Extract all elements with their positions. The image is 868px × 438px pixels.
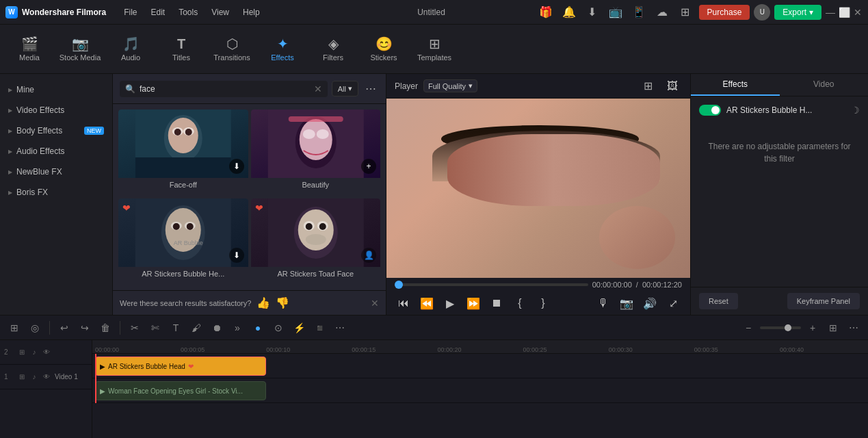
effect-item-ar-toad[interactable]: ❤ 👤 AR Stickers Toad Face [251,198,381,285]
zoom-in-button[interactable]: + [804,319,821,337]
tab-video[interactable]: Video [780,74,869,96]
gift-icon[interactable]: 🎁 [536,3,555,22]
filter-dropdown[interactable]: All ▾ [332,81,358,96]
delete-button[interactable]: 🗑 [96,319,114,337]
toolbar-audio[interactable]: 🎵 Audio [107,27,155,71]
snapshot-button[interactable]: 📷 [618,294,635,312]
download-icon[interactable]: ⬇ [583,3,602,22]
step-forward-button[interactable]: ⏩ [464,294,482,312]
track-1-audio-button[interactable]: ♪ [29,372,40,383]
voiceover-button[interactable]: 🎙 [594,294,612,312]
menu-edit[interactable]: Edit [144,0,172,25]
toolbar-stock-media[interactable]: 📷 Stock Media [56,27,104,71]
sidebar-item-mine[interactable]: ▶ Mine [0,79,112,100]
close-button[interactable]: ✕ [853,8,863,17]
toolbar-effects[interactable]: ✦ Effects [259,27,306,71]
notification-icon[interactable]: 🔔 [560,3,579,22]
minimize-button[interactable]: — [826,8,835,17]
mark-out-button[interactable]: } [534,294,552,312]
expand-button[interactable]: » [228,319,246,337]
download-icon[interactable]: ⬇ [229,248,244,263]
effect-item-face-off[interactable]: ⬇ Face-off [118,110,248,196]
player-progress-thumb[interactable] [395,281,403,289]
redo-button[interactable]: ↪ [76,319,94,337]
tab-effects[interactable]: Effects [691,74,780,96]
track-1-eye-button[interactable]: 👁 [41,372,52,383]
effect-toggle[interactable] [699,105,721,116]
toolbar-stickers[interactable]: 😊 Stickers [360,27,408,71]
thumbs-up-icon[interactable]: 👍 [257,296,270,309]
quality-dropdown[interactable]: Full Quality ▾ [423,79,477,92]
mask-button[interactable]: ◾ [311,319,328,337]
sidebar-item-audio-effects[interactable]: ▶ Audio Effects [0,141,112,162]
thumbs-down-icon[interactable]: 👎 [276,296,289,309]
menu-help[interactable]: Help [236,0,267,25]
ai-button[interactable]: ⚡ [290,319,308,337]
effect2-button[interactable]: ● [249,319,267,337]
text-button[interactable]: T [167,319,185,337]
menu-view[interactable]: View [205,0,236,25]
clip-video-face[interactable]: ▶ Woman Face Opening Eyes Girl - Stock V… [95,381,266,400]
record-button[interactable]: ⏺ [208,319,226,337]
sidebar-item-body-effects[interactable]: ▶ Body Effects NEW [0,120,112,141]
track-1-add-button[interactable]: ⊞ [16,372,27,383]
track-2-audio-button[interactable]: ♪ [29,347,40,358]
effect-item-ar-bubble[interactable]: AR Bubble ❤ ⬇ AR Stickers Bubble He... [118,198,248,285]
toolbar-filters[interactable]: ◈ Filters [309,27,357,71]
volume-button[interactable]: 🔊 [641,294,659,312]
magnetic-button[interactable]: ◎ [26,319,44,337]
mask-icon[interactable]: ☽ [851,105,860,116]
step-back-button[interactable]: ⏪ [418,294,436,312]
zoom-slider[interactable] [760,326,801,329]
player-photo-icon[interactable]: 🖼 [663,77,682,96]
playhead[interactable] [95,354,96,403]
media-icon[interactable]: 📺 [606,3,625,22]
toolbar-templates[interactable]: ⊞ Templates [410,27,458,71]
sidebar-item-boris-fx[interactable]: ▶ Boris FX [0,182,112,203]
skip-back-button[interactable]: ⏮ [395,294,412,312]
add-effect-icon[interactable]: + [361,159,376,174]
export-button[interactable]: Export ▾ [774,5,821,20]
group-icon[interactable]: ⊞ [676,3,695,22]
add-track-button[interactable]: ⊞ [5,319,23,337]
more-options-button[interactable]: ⋯ [363,79,379,98]
track-2-eye-button[interactable]: 👁 [41,347,52,358]
close-satisfaction-button[interactable]: ✕ [371,298,379,309]
download-effect-icon[interactable]: ⬇ [229,159,244,174]
settings-button[interactable]: ⋯ [845,319,863,337]
toolbar-transitions[interactable]: ⬡ Transitions [208,27,256,71]
more-button[interactable]: ⋯ [331,319,349,337]
split-button[interactable]: ✂ [126,319,144,337]
paint-button[interactable]: 🖌 [187,319,205,337]
time-ruler: 00:00:00 00:00:05 00:00:10 00:00:15 00:0… [92,340,868,354]
zoom-out-button[interactable]: − [739,319,757,337]
player-progress-bar[interactable] [395,283,588,286]
track-2-add-button[interactable]: ⊞ [16,347,27,358]
toolbar-media[interactable]: 🎬 Media [5,27,53,71]
grid-view-button[interactable]: ⊞ [824,319,842,337]
effect-item-beautify[interactable]: + Beautify [251,110,381,196]
player-grid-icon[interactable]: ⊞ [638,77,657,96]
play-button[interactable]: ▶ [441,294,459,312]
sidebar-item-video-effects[interactable]: ▶ Video Effects [0,100,112,120]
purchase-button[interactable]: Purchase [699,5,750,20]
keyframe-panel-button[interactable]: Keyframe Panel [787,293,860,309]
clip-ar-stickers-bubble-head[interactable]: ▶ AR Stickers Bubble Head ❤ [95,357,266,376]
menu-tools[interactable]: Tools [172,0,205,25]
crop-button[interactable]: ✄ [146,319,164,337]
toolbar-titles[interactable]: T Titles [157,27,205,71]
phone-icon[interactable]: 📱 [629,3,648,22]
cloud-icon[interactable]: ☁ [653,3,672,22]
search-input[interactable] [140,84,310,94]
menu-file[interactable]: File [117,0,144,25]
motion-button[interactable]: ⊙ [269,319,287,337]
mark-in-button[interactable]: { [511,294,529,312]
avatar[interactable]: U [754,4,770,21]
reset-button[interactable]: Reset [699,293,738,309]
undo-button[interactable]: ↩ [55,319,73,337]
fullscreen-button[interactable]: ⤢ [664,294,682,312]
stop-button[interactable]: ⏹ [488,294,505,312]
maximize-button[interactable]: ⬜ [839,8,849,17]
sidebar-item-newblue-fx[interactable]: ▶ NewBlue FX [0,162,112,182]
clear-search-button[interactable]: ✕ [314,83,322,94]
